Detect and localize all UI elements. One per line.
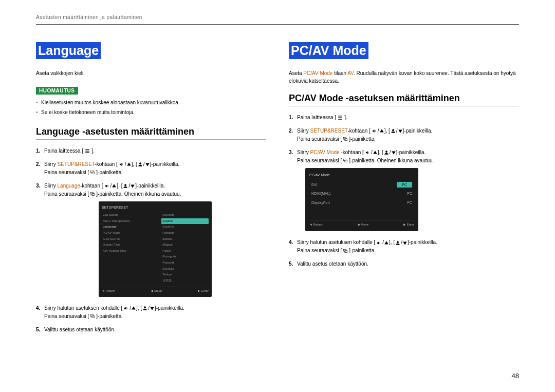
triangle-down-icon [391, 150, 396, 155]
rule [289, 106, 519, 106]
notice-callout: HUOMAUTUS [36, 87, 78, 95]
step: Valittu asetus otetaan käyttöön. [36, 326, 266, 334]
right-intro: Aseta PC/AV Mode tilaan AV. Ruudulla näk… [289, 69, 519, 85]
right-subheading: PC/AV Mode -asetuksen määrittäminen [289, 93, 519, 104]
step: Siirry halutun asetuksen kohdalle [/], [… [289, 238, 519, 255]
step: Paina laitteessa []. [289, 114, 519, 122]
vol-up-icon [122, 306, 130, 311]
right-steps: Paina laitteessa []. Siirry SETUP&RESET-… [289, 114, 519, 268]
left-steps: Paina laitteessa []. Siirry SETUP&RESET-… [36, 147, 266, 334]
columns: Language Aseta valikkojen kieli. HUOMAUT… [36, 42, 519, 339]
keyword: PC/AV Mode [303, 70, 332, 76]
keyword: Language [58, 183, 81, 189]
page: Asetusten määrittäminen ja palauttaminen… [0, 0, 555, 392]
person-icon [122, 183, 128, 189]
enter-icon [342, 249, 349, 254]
triangle-down-icon [145, 162, 150, 167]
svg-point-0 [139, 163, 141, 165]
triangle-down-icon [150, 306, 155, 311]
keyword: SETUP&RESET [310, 128, 348, 134]
svg-point-12 [385, 151, 387, 153]
person-icon [390, 128, 396, 134]
thumb-title: SETUP&RESET [102, 204, 209, 210]
keyword: PC/AV Mode [310, 150, 340, 155]
menu-icon [336, 115, 344, 120]
notice-item: Kieliasetusten muutos koskee ainoastaan … [36, 99, 266, 106]
step: Siirry halutun asetuksen kohdalle [/], [… [36, 304, 266, 321]
step: Paina laitteessa []. [36, 147, 266, 155]
keyword: SETUP&RESET [58, 161, 95, 167]
triangle-down-icon [130, 183, 135, 189]
osd-pcav-thumbnail: PC/AV Mode DVIPCHDMI(MHL)PCDisplayPortPC… [305, 168, 418, 231]
svg-point-15 [397, 241, 399, 243]
enter-icon [89, 192, 96, 197]
person-icon [142, 306, 148, 311]
enter-icon [342, 137, 349, 142]
enter-icon [342, 158, 349, 163]
step: Siirry Language-kohtaan [/], [/]-painikk… [36, 182, 266, 297]
menu-icon [83, 148, 91, 154]
enter-icon [89, 170, 96, 175]
notice-item: Se ei koske tietokoneen muita toimintoja… [36, 108, 266, 116]
left-intro: Aseta valikkojen kieli. [36, 69, 266, 77]
left-subheading: Language -asetusten määrittäminen [36, 126, 266, 137]
chapter-header: Asetusten määrittäminen ja palauttaminen [36, 14, 519, 20]
step: Valittu asetus otetaan käyttöön. [289, 260, 519, 268]
triangle-up-icon [112, 183, 117, 189]
vol-up-icon [371, 128, 378, 134]
rule [36, 139, 266, 140]
triangle-up-icon [384, 240, 389, 246]
triangle-up-icon [373, 150, 378, 155]
header-rule [36, 24, 519, 25]
osd-language-thumbnail: SETUP&RESET Eco SavingMenu TransparencyL… [99, 201, 212, 297]
vol-up-icon [375, 240, 382, 246]
left-title: Language [36, 42, 101, 59]
right-title: PC/AV Mode [289, 42, 368, 59]
right-column: PC/AV Mode Aseta PC/AV Mode tilaan AV. R… [289, 42, 519, 339]
step: Siirry PC/AV Mode -kohtaan [/], [/]-pain… [289, 148, 519, 231]
thumb-title: PC/AV Mode [309, 172, 414, 178]
triangle-up-icon [126, 162, 132, 167]
triangle-down-icon [402, 240, 408, 246]
step: Siirry SETUP&RESET-kohtaan [/], [/]-pain… [289, 127, 519, 143]
svg-point-6 [144, 307, 146, 309]
enter-icon [89, 314, 96, 319]
step: Siirry SETUP&RESET-kohtaan [/], [/]-pain… [36, 160, 266, 177]
triangle-up-icon [131, 306, 136, 311]
person-icon [383, 150, 390, 155]
vol-up-icon [103, 183, 110, 189]
left-column: Language Aseta valikkojen kieli. HUOMAUT… [36, 42, 266, 339]
page-number: 48 [512, 372, 519, 380]
notice-list: Kieliasetusten muutos koskee ainoastaan … [36, 99, 266, 116]
person-icon [395, 240, 401, 246]
triangle-up-icon [379, 128, 384, 134]
person-icon [137, 162, 143, 167]
svg-point-9 [392, 129, 394, 132]
vol-up-icon [118, 162, 125, 167]
vol-up-icon [364, 150, 371, 155]
keyword: AV [347, 70, 354, 76]
triangle-down-icon [398, 128, 403, 134]
svg-point-3 [125, 184, 127, 186]
